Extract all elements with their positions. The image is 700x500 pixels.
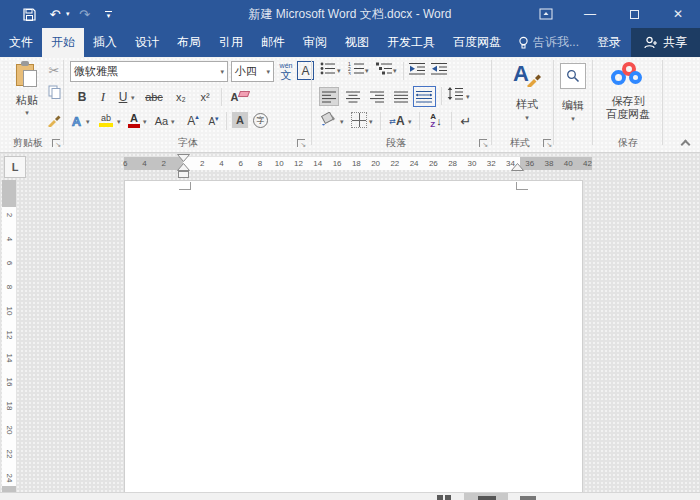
tab-开始[interactable]: 开始: [42, 28, 84, 57]
phonetic-guide-icon[interactable]: wén 文: [277, 59, 295, 84]
format-painter-icon[interactable]: [46, 111, 62, 127]
tab-引用[interactable]: 引用: [210, 28, 252, 57]
increase-indent-button[interactable]: [431, 62, 448, 75]
text-effects-dropdown-icon[interactable]: ▾: [86, 118, 90, 126]
font-family-combobox[interactable]: 微软雅黑 ▾: [70, 61, 228, 82]
font-dialog-launcher-icon[interactable]: [297, 139, 305, 147]
paragraph-group-label: 段落: [312, 136, 480, 150]
print-layout-button[interactable]: [464, 493, 508, 500]
align-center-button[interactable]: [343, 87, 363, 106]
borders-button[interactable]: [351, 112, 367, 128]
numbering-dropdown-icon[interactable]: ▾: [365, 67, 369, 75]
line-spacing-button[interactable]: [447, 87, 464, 100]
tab-审阅[interactable]: 审阅: [294, 28, 336, 57]
tab-文件[interactable]: 文件: [0, 28, 42, 57]
login-button[interactable]: 登录: [587, 28, 631, 57]
share-button[interactable]: 共享: [631, 28, 700, 57]
show-hide-marks-button[interactable]: ↵: [457, 112, 475, 130]
undo-dropdown-icon[interactable]: ▾: [66, 10, 70, 18]
paragraph-dialog-launcher-icon[interactable]: [479, 139, 487, 147]
character-shading-button[interactable]: A: [232, 112, 248, 128]
asian-layout-button[interactable]: ⇄ A: [387, 112, 407, 130]
v-ruler-number: 14: [4, 351, 14, 365]
copy-icon[interactable]: [46, 84, 62, 100]
decrease-indent-button[interactable]: [409, 62, 426, 75]
save-to-baidu-button[interactable]: 保存到 百度网盘: [600, 62, 656, 121]
font-color-dropdown-icon[interactable]: ▾: [143, 118, 147, 126]
read-mode-button[interactable]: [437, 495, 443, 500]
vertical-ruler[interactable]: 24681012141618202224: [2, 180, 16, 492]
customize-qat-icon[interactable]: ▾: [100, 11, 118, 18]
web-layout-button[interactable]: [520, 496, 536, 500]
h-ruler-number: 36: [522, 157, 538, 170]
bullets-button[interactable]: [320, 62, 336, 75]
editing-button[interactable]: 编辑 ▾: [558, 63, 588, 123]
numbering-button[interactable]: 123: [348, 62, 364, 75]
tab-插入[interactable]: 插入: [84, 28, 126, 57]
borders-dropdown-icon[interactable]: ▾: [369, 118, 373, 126]
text-highlight-button[interactable]: ab: [96, 110, 116, 130]
left-indent-marker[interactable]: [178, 171, 189, 178]
cut-icon[interactable]: ✂: [46, 62, 62, 78]
h-ruler-number: 32: [483, 157, 499, 170]
font-color-button[interactable]: A: [126, 110, 142, 130]
sort-button[interactable]: A Z ↓: [426, 111, 446, 131]
save-icon[interactable]: [18, 3, 40, 25]
tab-布局[interactable]: 布局: [168, 28, 210, 57]
distributed-button[interactable]: [413, 86, 436, 107]
bullets-dropdown-icon[interactable]: ▾: [337, 67, 341, 75]
tab-邮件[interactable]: 邮件: [252, 28, 294, 57]
collapse-ribbon-icon[interactable]: [681, 140, 691, 150]
line-spacing-dropdown-icon[interactable]: ▾: [466, 93, 470, 101]
document-page[interactable]: [124, 180, 583, 492]
paste-button[interactable]: 粘贴 ▾: [6, 61, 48, 117]
text-effects-button[interactable]: A: [68, 112, 85, 130]
change-case-button[interactable]: Aa: [152, 112, 171, 130]
ribbon-display-options-icon[interactable]: [524, 0, 568, 28]
tab-开发工具[interactable]: 开发工具: [378, 28, 444, 57]
styles-dropdown-icon: ▾: [525, 114, 529, 122]
styles-dialog-launcher-icon[interactable]: [543, 139, 551, 147]
superscript-button[interactable]: x²: [195, 88, 215, 106]
italic-button[interactable]: I: [96, 88, 110, 106]
right-indent-marker[interactable]: [511, 163, 524, 171]
minimize-button[interactable]: —: [568, 0, 612, 28]
tab-视图[interactable]: 视图: [336, 28, 378, 57]
underline-dropdown-icon[interactable]: ▾: [131, 94, 135, 102]
shading-button[interactable]: [320, 112, 338, 128]
tab-stop-selector[interactable]: L: [4, 156, 26, 178]
close-button[interactable]: ✕: [656, 0, 700, 28]
highlight-dropdown-icon[interactable]: ▾: [117, 118, 121, 126]
enclose-characters-button[interactable]: 字: [253, 113, 268, 128]
multilevel-dropdown-icon[interactable]: ▾: [393, 67, 397, 75]
asian-layout-dropdown-icon[interactable]: ▾: [408, 118, 412, 126]
read-mode-button-page2[interactable]: [445, 495, 451, 500]
font-size-combobox[interactable]: 小四 ▾: [231, 61, 274, 82]
clear-formatting-icon[interactable]: A: [228, 88, 252, 106]
bold-button[interactable]: B: [74, 88, 90, 106]
window-controls: — ✕: [524, 0, 700, 28]
undo-icon[interactable]: ↶: [44, 3, 66, 25]
justify-button[interactable]: [391, 87, 411, 106]
tab-百度网盘[interactable]: 百度网盘: [444, 28, 510, 57]
tell-me-box[interactable]: 告诉我...: [510, 28, 587, 57]
status-bar: [0, 492, 700, 500]
maximize-button[interactable]: [612, 0, 656, 28]
multilevel-list-button[interactable]: [376, 62, 392, 75]
tab-设计[interactable]: 设计: [126, 28, 168, 57]
first-line-indent-marker[interactable]: [177, 154, 190, 162]
underline-button[interactable]: U: [115, 88, 131, 106]
hanging-indent-marker[interactable]: [177, 163, 190, 171]
styles-button[interactable]: A 样式 ▾: [505, 61, 549, 122]
subscript-button[interactable]: x₂: [171, 88, 191, 106]
align-left-button[interactable]: [319, 87, 339, 106]
strikethrough-button[interactable]: abc: [141, 88, 167, 106]
h-ruler-number: 4: [214, 157, 230, 170]
change-case-dropdown-icon[interactable]: ▾: [171, 118, 175, 126]
shrink-font-button[interactable]: A ▾: [205, 113, 222, 130]
h-ruler-number: 24: [406, 157, 422, 170]
shading-dropdown-icon[interactable]: ▾: [340, 118, 344, 126]
grow-font-button[interactable]: A ▴: [184, 112, 202, 130]
align-right-button[interactable]: [367, 87, 387, 106]
clipboard-dialog-launcher-icon[interactable]: [52, 139, 60, 147]
